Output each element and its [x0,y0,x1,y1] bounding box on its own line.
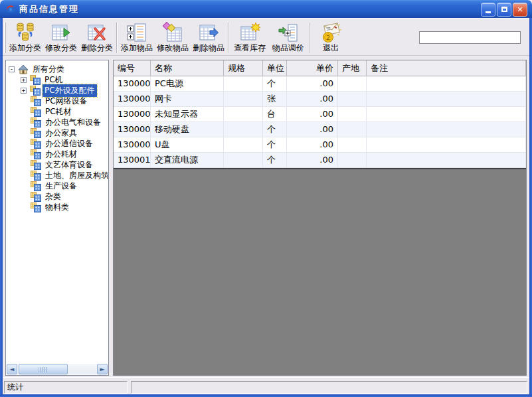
category-tree-panel: - 所有分类 + PC机 + [5,60,109,376]
view-stock-button[interactable]: 查看库存 [230,21,269,54]
window-border-left [0,18,3,397]
cell-remark[interactable] [367,153,526,168]
col-header-remark[interactable]: 备注 [367,60,526,76]
svg-text:2: 2 [326,35,330,41]
cell-id[interactable]: 13000100 [114,153,151,168]
exit-button[interactable]: 2 退出 [311,21,350,54]
col-header-name[interactable]: 名称 [151,60,224,76]
delete-item-icon [198,22,219,43]
items-table: 编号 名称 规格 单位 单价 产地 备注 13000023 PC电源 个 .00… [114,60,526,169]
home-icon [18,64,29,74]
cell-origin[interactable] [338,92,367,107]
cell-unit[interactable]: 台 [263,107,287,122]
col-header-spec[interactable]: 规格 [224,60,263,76]
cell-remark[interactable] [367,92,526,107]
cell-unit[interactable]: 张 [263,92,287,107]
cell-origin[interactable] [338,107,367,122]
cell-unit[interactable]: 个 [263,137,287,153]
add-item-button[interactable]: 添加物品 [119,21,155,54]
delete-item-label: 删除物品 [193,43,224,52]
cell-name[interactable]: 网卡 [151,92,224,107]
tree-horizontal-scrollbar[interactable]: ◄ ► [7,364,108,374]
cell-unit[interactable]: 个 [263,153,287,168]
expand-toggle[interactable]: + [21,77,27,83]
category-icon [30,86,41,96]
delete-category-label: 删除分类 [81,43,113,52]
cell-unit[interactable]: 个 [263,76,287,92]
col-header-origin[interactable]: 产地 [338,60,367,76]
exit-label: 退出 [323,43,339,52]
add-category-button[interactable]: 添加分类 [7,21,43,54]
collapse-toggle[interactable]: - [9,66,15,72]
delete-category-button[interactable]: 删除分类 [79,21,115,54]
edit-item-label: 修改物品 [157,43,189,52]
toolbar-separator [116,23,118,53]
cell-spec[interactable] [224,76,263,92]
cell-remark[interactable] [367,107,526,122]
cell-origin[interactable] [338,76,367,92]
add-item-label: 添加物品 [121,43,153,52]
scrollbar-thumb[interactable] [19,364,68,374]
cell-id[interactable]: 13000059 [114,122,151,137]
filter-input[interactable] [419,31,521,44]
cell-id[interactable]: 13000029 [114,107,151,122]
cell-id[interactable]: 13000023 [114,76,151,92]
tree-item-materials[interactable]: 物料类 [6,202,108,212]
cell-name[interactable]: 未知显示器 [151,107,224,122]
toolbar: 添加分类 修改分类 删除分类 [3,18,529,56]
scrollbar-track[interactable] [17,364,97,374]
cell-id[interactable]: 13000060 [114,137,151,153]
exit-icon: 2 [320,22,341,43]
scroll-left-button[interactable]: ◄ [7,364,17,374]
cell-price[interactable]: .00 [287,76,338,92]
scroll-right-button[interactable]: ► [97,364,108,374]
cell-origin[interactable] [338,122,367,137]
cell-remark[interactable] [367,76,526,92]
cell-name[interactable]: 交直流电源 [151,153,224,168]
cell-id[interactable]: 13000026 [114,92,151,107]
cell-unit[interactable]: 个 [263,122,287,137]
category-icon [31,139,41,149]
cell-remark[interactable] [367,137,526,153]
cell-price[interactable]: .00 [287,153,338,168]
edit-category-button[interactable]: 修改分类 [43,21,79,54]
category-icon [31,160,41,170]
cell-spec[interactable] [224,153,263,168]
tree-item-label[interactable]: 物料类 [43,201,71,214]
adjust-price-button[interactable]: 物品调价 [269,21,308,54]
edit-category-label: 修改分类 [45,43,77,52]
edit-item-button[interactable]: 修改物品 [155,21,191,54]
cell-price[interactable]: .00 [287,122,338,137]
cell-name[interactable]: U盘 [151,137,224,153]
col-header-id[interactable]: 编号 [114,60,151,76]
cell-remark[interactable] [367,122,526,137]
title-bar: 商品信息管理 ✕ [0,0,532,18]
cell-spec[interactable] [224,92,263,107]
category-tree: - 所有分类 + PC机 + [6,60,108,364]
category-icon [31,96,41,106]
cell-spec[interactable] [224,122,263,137]
delete-item-button[interactable]: 删除物品 [191,21,226,54]
cell-price[interactable]: .00 [287,137,338,153]
minimize-button[interactable] [481,3,495,17]
cell-spec[interactable] [224,107,263,122]
cell-origin[interactable] [338,153,367,168]
col-header-unit[interactable]: 单位 [263,60,287,76]
cell-price[interactable]: .00 [287,92,338,107]
cell-name[interactable]: PC电源 [151,76,224,92]
status-panel-right [131,381,527,394]
category-icon [31,171,41,181]
edit-item-icon [162,22,183,43]
category-icon [31,202,41,212]
col-header-price[interactable]: 单价 [287,60,338,76]
category-icon [30,75,41,85]
cell-name[interactable]: 移动硬盘 [151,122,224,137]
maximize-button[interactable] [497,3,511,17]
toolbar-grip [4,23,6,53]
expand-toggle[interactable]: + [21,88,27,94]
close-button[interactable]: ✕ [513,3,527,17]
window-title: 商品信息管理 [19,3,79,15]
cell-price[interactable]: .00 [287,107,338,122]
cell-origin[interactable] [338,137,367,153]
cell-spec[interactable] [224,137,263,153]
